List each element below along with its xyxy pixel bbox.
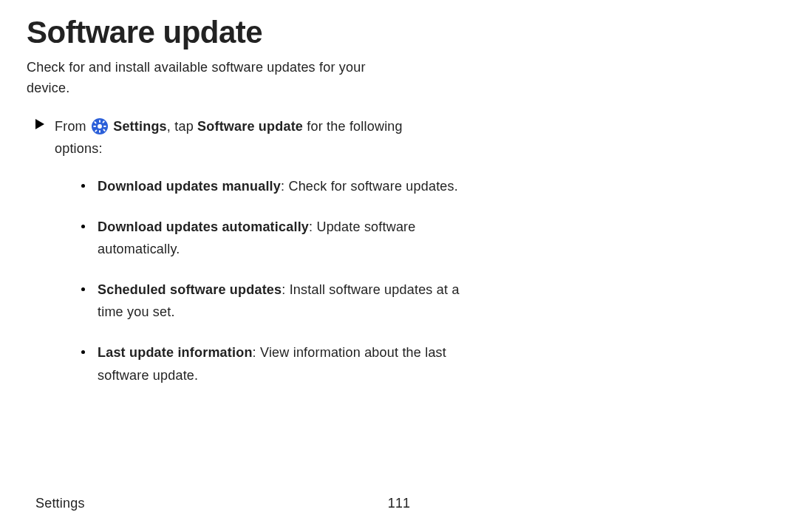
svg-marker-0 [35, 119, 44, 129]
list-item: Download updates manually: Check for sof… [78, 175, 463, 198]
page-subtitle: Check for and install available software… [27, 58, 411, 99]
options-list: Download updates manually: Check for sof… [78, 175, 463, 386]
page-footer: Settings 111 [35, 496, 763, 511]
instruction-step: From [35, 115, 434, 160]
page-title: Software update [27, 15, 763, 50]
option-term: Scheduled software updates [98, 282, 282, 297]
play-arrow-icon [35, 119, 44, 132]
step-prefix: From [55, 119, 90, 134]
svg-rect-5 [93, 126, 96, 127]
manual-page: Software update Check for and install av… [0, 0, 798, 532]
option-term: Last update information [98, 345, 253, 360]
list-item: Scheduled software updates: Install soft… [78, 279, 463, 324]
step-target: Software update [197, 119, 303, 134]
svg-rect-6 [103, 126, 106, 127]
list-item: Download updates automatically: Update s… [78, 216, 463, 261]
svg-point-2 [98, 124, 102, 129]
option-desc: : Check for software updates. [281, 179, 458, 194]
step-mid: , tap [167, 119, 197, 134]
option-term: Download updates manually [98, 179, 281, 194]
gear-icon [92, 118, 108, 134]
settings-label: Settings [113, 119, 167, 134]
footer-section: Settings [35, 496, 85, 511]
instruction-text: From [55, 115, 434, 160]
list-item: Last update information: View informatio… [78, 341, 463, 386]
svg-rect-3 [99, 120, 100, 123]
footer-page-number: 111 [388, 496, 411, 511]
option-term: Download updates automatically [98, 219, 309, 234]
svg-rect-4 [99, 130, 100, 133]
